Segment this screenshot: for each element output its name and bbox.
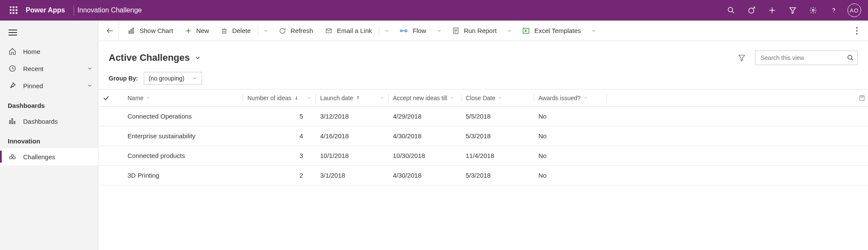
help-button[interactable] xyxy=(823,0,844,21)
row-selector[interactable] xyxy=(98,166,119,185)
command-overflow[interactable] xyxy=(848,27,865,35)
column-header-name[interactable]: Name xyxy=(119,89,243,107)
settings-button[interactable] xyxy=(803,0,823,21)
excel-icon xyxy=(522,27,530,35)
cell-launch: 10/1/2018 xyxy=(316,146,389,166)
sidebar-item-recent[interactable]: Recent xyxy=(0,60,98,77)
sidebar-item-label: Dashboards xyxy=(23,118,93,125)
row-selector[interactable] xyxy=(98,107,119,126)
add-button[interactable] xyxy=(762,0,782,21)
group-by-label: Group By: xyxy=(109,75,138,82)
svg-point-26 xyxy=(13,156,15,159)
cell-name: 3D Printing xyxy=(119,166,243,185)
view-selector-dropdown[interactable] xyxy=(194,54,201,61)
cell-ideas: 2 xyxy=(243,166,316,185)
svg-rect-29 xyxy=(131,29,132,33)
cmd-label: New xyxy=(196,27,209,34)
column-header-accept[interactable]: Accept new ideas till xyxy=(389,89,461,107)
waffle-icon xyxy=(10,6,18,14)
svg-rect-0 xyxy=(10,6,11,8)
svg-rect-23 xyxy=(12,119,13,124)
separator xyxy=(258,26,258,36)
column-header-launch[interactable]: Launch date xyxy=(316,89,389,107)
chevron-down-icon xyxy=(583,95,588,100)
sidebar-item-home[interactable]: Home xyxy=(0,43,98,60)
table-row[interactable]: Enterprise sustainability44/16/20184/30/… xyxy=(98,126,868,146)
sort-asc-icon xyxy=(356,95,360,100)
sidebar-toggle[interactable] xyxy=(0,22,98,43)
column-spacer xyxy=(607,89,868,107)
cell-accept: 4/30/2018 xyxy=(389,166,461,185)
app-launcher-button[interactable] xyxy=(3,6,24,14)
email-dropdown[interactable] xyxy=(380,21,394,41)
search-submit[interactable] xyxy=(847,54,854,61)
table-row[interactable]: Connected Operations53/12/20184/29/20185… xyxy=(98,107,868,126)
svg-marker-52 xyxy=(739,55,745,61)
cell-ideas: 3 xyxy=(243,146,316,166)
filter-button[interactable] xyxy=(782,0,803,21)
sidebar-item-challenges[interactable]: Challenges xyxy=(0,148,98,165)
data-grid: Name Number of ideas xyxy=(98,89,868,250)
run-report-dropdown[interactable] xyxy=(502,21,516,41)
cell-spacer xyxy=(607,107,868,126)
run-report-button[interactable]: Run Report xyxy=(446,21,503,41)
sidebar-section-innovation: Innovation xyxy=(0,130,98,148)
cell-close: 5/3/2018 xyxy=(461,126,534,146)
chevron-down-icon xyxy=(192,76,197,81)
chevron-down-icon xyxy=(384,28,389,33)
sort-desc-icon xyxy=(294,95,299,100)
column-select-all[interactable] xyxy=(98,89,119,107)
search-this-view[interactable] xyxy=(755,51,858,65)
svg-rect-5 xyxy=(16,9,17,11)
cmd-label: Run Report xyxy=(464,27,497,34)
search-button[interactable] xyxy=(721,0,741,21)
group-by-select[interactable]: (no grouping) xyxy=(144,72,202,85)
column-header-close[interactable]: Close Date xyxy=(461,89,534,107)
refresh-button[interactable]: Refresh xyxy=(273,21,319,41)
app-name[interactable]: Power Apps xyxy=(24,6,70,14)
clock-icon xyxy=(9,65,19,72)
search-input[interactable] xyxy=(761,54,847,61)
user-avatar[interactable]: AO xyxy=(847,3,861,17)
back-button[interactable] xyxy=(101,21,119,41)
email-link-button[interactable]: Email a Link xyxy=(319,21,378,41)
svg-point-39 xyxy=(400,30,402,31)
delete-dropdown[interactable] xyxy=(259,21,273,41)
sidebar-item-label: Pinned xyxy=(23,82,87,89)
new-button[interactable]: New xyxy=(179,21,215,41)
task-button[interactable] xyxy=(741,0,762,21)
cmd-label: Refresh xyxy=(291,27,313,34)
row-selector[interactable] xyxy=(98,146,119,166)
save-icon xyxy=(859,95,865,101)
chevron-down-icon xyxy=(307,95,312,100)
sidebar-item-dashboards[interactable]: Dashboards xyxy=(0,113,98,130)
flow-dropdown[interactable] xyxy=(432,21,446,41)
gear-icon xyxy=(809,6,817,14)
flow-button[interactable]: Flow xyxy=(394,21,432,41)
cell-close: 5/5/2018 xyxy=(461,107,534,126)
sidebar-item-pinned[interactable]: Pinned xyxy=(0,77,98,94)
svg-rect-8 xyxy=(16,12,17,14)
svg-rect-28 xyxy=(129,31,130,33)
column-header-awards[interactable]: Awards issued? xyxy=(534,89,607,107)
separator xyxy=(379,26,379,36)
table-row[interactable]: Connected products310/1/201810/30/201811… xyxy=(98,146,868,166)
refresh-icon xyxy=(279,27,286,35)
svg-point-53 xyxy=(848,55,852,59)
row-selector[interactable] xyxy=(98,126,119,146)
cell-awards: No xyxy=(534,107,607,126)
view-header: Active Challenges xyxy=(98,41,868,69)
cell-spacer xyxy=(607,126,868,146)
show-chart-button[interactable]: Show Chart xyxy=(122,21,179,41)
svg-rect-57 xyxy=(860,95,865,100)
cell-accept: 4/30/2018 xyxy=(389,126,461,146)
cell-accept: 4/29/2018 xyxy=(389,107,461,126)
column-chooser-button[interactable] xyxy=(859,95,865,101)
excel-templates-button[interactable]: Excel Templates xyxy=(516,21,587,41)
excel-dropdown[interactable] xyxy=(587,21,600,41)
top-header: Power Apps Innovation Challenge AO xyxy=(0,0,868,21)
table-row[interactable]: 3D Printing23/1/20184/30/20185/3/2018No xyxy=(98,166,868,185)
view-filter-button[interactable] xyxy=(735,51,748,64)
column-header-ideas[interactable]: Number of ideas xyxy=(243,89,316,107)
delete-button[interactable]: Delete xyxy=(215,21,256,41)
